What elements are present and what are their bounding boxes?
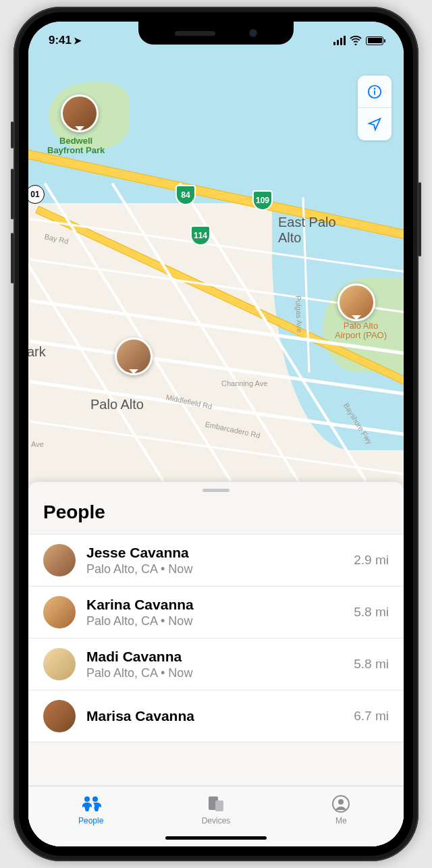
screen: 01 84 109 114 Bedwell Bayfront Park East… (28, 22, 404, 846)
status-time: 9:41 (49, 34, 72, 47)
person-name: Marisa Cavanna (86, 707, 343, 725)
map-label-park-partial: ark (28, 344, 46, 360)
tab-label: Devices (202, 816, 231, 825)
avatar (43, 544, 76, 576)
person-distance: 5.8 mi (354, 657, 389, 672)
person-row[interactable]: Jesse Cavanna Palo Alto, CA • Now 2.9 mi (28, 534, 404, 587)
people-list: Jesse Cavanna Palo Alto, CA • Now 2.9 mi… (28, 534, 404, 786)
sheet-title: People (28, 501, 404, 534)
me-icon (332, 794, 350, 814)
person-location: Palo Alto, CA • Now (86, 562, 343, 576)
tab-label: Me (335, 816, 347, 825)
avatar (43, 648, 76, 680)
map-avatar-pin[interactable] (61, 94, 99, 132)
home-indicator[interactable] (165, 836, 267, 840)
person-distance: 6.7 mi (354, 709, 389, 724)
tab-people[interactable]: People (28, 786, 153, 833)
map-avatar-pin[interactable] (338, 283, 375, 321)
map-label-east-palo-alto: East Palo Alto (278, 215, 336, 246)
wifi-icon (350, 36, 362, 45)
sheet-grabber[interactable] (202, 489, 230, 492)
svg-point-2 (375, 88, 375, 88)
map-label-palo-alto: Palo Alto (90, 397, 144, 412)
map-locate-button[interactable] (358, 108, 392, 140)
person-row[interactable]: Marisa Cavanna 6.7 mi (28, 690, 404, 742)
silent-switch (11, 121, 14, 148)
route-shield-109: 109 (252, 190, 273, 211)
svg-point-3 (84, 796, 90, 802)
person-distance: 2.9 mi (354, 553, 389, 568)
person-name: Jesse Cavanna (86, 544, 343, 562)
person-name: Madi Cavanna (86, 648, 343, 666)
tab-devices[interactable]: Devices (153, 786, 278, 833)
volume-down-button (11, 233, 14, 283)
cellular-signal-icon (333, 36, 346, 45)
tab-me[interactable]: Me (279, 786, 404, 833)
person-row[interactable]: Madi Cavanna Palo Alto, CA • Now 5.8 mi (28, 639, 404, 690)
map-info-button[interactable] (358, 76, 392, 108)
map-avatar-pin[interactable] (115, 337, 153, 375)
road-label-ave: Ave (31, 440, 44, 448)
svg-point-8 (338, 799, 344, 805)
notch (138, 22, 294, 45)
person-distance: 5.8 mi (354, 605, 389, 620)
avatar (43, 596, 76, 628)
power-button (418, 182, 421, 256)
road-label-pulgas: Pulgas Ave (294, 296, 304, 333)
map-label-park: Bedwell Bayfront Park (47, 136, 105, 156)
svg-rect-6 (215, 801, 223, 811)
battery-icon (366, 36, 383, 45)
people-sheet: People Jesse Cavanna Palo Alto, CA • Now… (28, 482, 404, 846)
location-services-icon: ➤ (74, 35, 82, 46)
tab-label: People (78, 816, 103, 825)
avatar (43, 700, 76, 732)
phone-frame: 01 84 109 114 Bedwell Bayfront Park East… (14, 7, 418, 861)
route-shield-114: 114 (190, 225, 211, 246)
person-row[interactable]: Karina Cavanna Palo Alto, CA • Now 5.8 m… (28, 587, 404, 639)
map-label-airport: Palo Alto Airport (PAO) (335, 321, 387, 341)
people-icon (80, 794, 103, 814)
person-name: Karina Cavanna (86, 596, 343, 614)
person-location: Palo Alto, CA • Now (86, 614, 343, 628)
road-label-channing: Channing Ave (221, 379, 267, 387)
person-location: Palo Alto, CA • Now (86, 666, 343, 680)
devices-icon (206, 794, 226, 814)
svg-point-4 (92, 796, 98, 802)
route-shield-84: 84 (176, 185, 196, 205)
volume-up-button (11, 169, 14, 219)
map-controls (358, 76, 392, 140)
